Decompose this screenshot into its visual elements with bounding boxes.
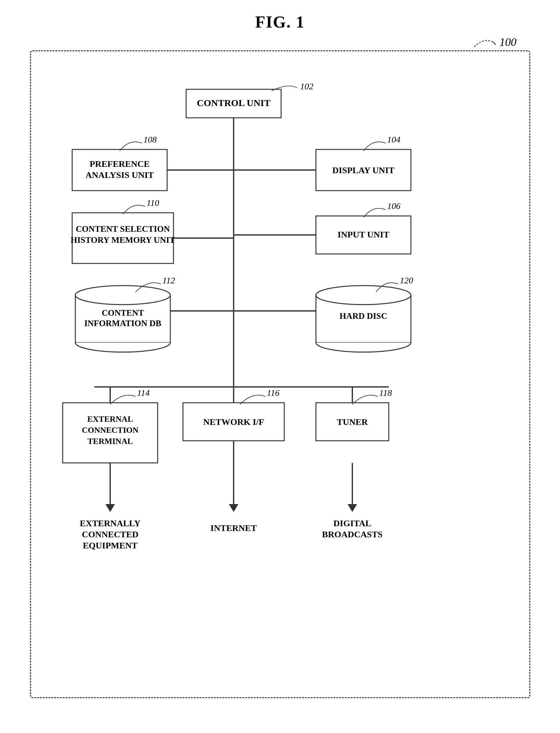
arrow-ext-conn — [105, 504, 115, 512]
tuner-label: TUNER — [337, 417, 368, 427]
preference-analysis-line2: ANALYSIS UNIT — [85, 170, 154, 180]
ext-conn-ref: 114 — [137, 388, 150, 398]
ext-equip-line3: EQUIPMENT — [83, 540, 137, 550]
pref-ref: 108 — [143, 135, 157, 144]
page-title: FIG. 1 — [255, 13, 305, 31]
arrow-network-if — [229, 504, 238, 512]
digital-line2: BROADCASTS — [322, 529, 382, 539]
ext-conn-line3: TERMINAL — [87, 437, 133, 446]
input-unit-label: INPUT UNIT — [337, 230, 389, 239]
tuner-ref: 118 — [379, 388, 392, 398]
input-ref: 106 — [387, 201, 400, 211]
control-unit-label: CONTROL UNIT — [197, 98, 270, 108]
hard-disc-label: HARD DISC — [339, 311, 387, 321]
control-unit-ref: 102 — [300, 81, 313, 91]
hard-disc-ref: 120 — [400, 275, 413, 285]
internet-label: INTERNET — [210, 523, 257, 533]
arrow-tuner — [348, 504, 357, 512]
content-db-line2: INFORMATION DB — [84, 319, 161, 328]
preference-analysis-line1: PREFERENCE — [90, 159, 150, 169]
outer-dashed-border: 100 CONTROL UNIT 102 PREFERENCE ANALYSIS… — [30, 50, 530, 698]
svg-point-12 — [75, 286, 170, 305]
label-100: 100 — [500, 35, 517, 49]
display-ref: 104 — [387, 135, 400, 144]
svg-line-0 — [493, 42, 496, 45]
content-db-line1: CONTENT — [102, 308, 144, 318]
digital-line1: DIGITAL — [333, 518, 371, 528]
display-unit-label: DISPLAY UNIT — [332, 165, 394, 175]
network-if-ref: 116 — [267, 388, 280, 398]
content-db-ref: 112 — [162, 275, 175, 285]
content-sel-line1: CONTENT SELECTION — [76, 224, 170, 234]
ext-equip-line1: EXTERNALLY — [80, 518, 141, 528]
ext-equip-line2: CONNECTED — [82, 529, 138, 539]
ext-conn-line1: EXTERNAL — [87, 414, 133, 424]
content-sel-ref: 110 — [147, 198, 159, 208]
diagram-svg: CONTROL UNIT 102 PREFERENCE ANALYSIS UNI… — [56, 70, 506, 672]
svg-point-15 — [316, 286, 411, 305]
ext-conn-line2: CONNECTION — [82, 426, 138, 435]
network-if-label: NETWORK I/F — [203, 417, 264, 427]
content-sel-line2: HISTORY MEMORY UNIT — [70, 235, 175, 245]
